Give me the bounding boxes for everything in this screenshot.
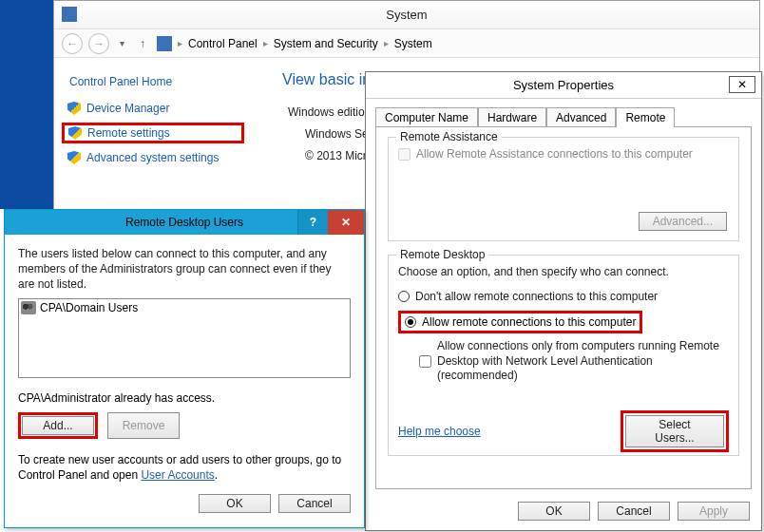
tab-computer-name[interactable]: Computer Name	[375, 107, 478, 127]
select-users-highlight: Select Users...	[621, 410, 729, 452]
system-title: System	[386, 8, 427, 22]
checkbox-input[interactable]	[419, 339, 431, 384]
select-users-button[interactable]: Select Users...	[625, 415, 724, 447]
allow-remote-assistance-checkbox[interactable]: Allow Remote Assistance connections to t…	[398, 147, 729, 161]
system-titlebar: System	[54, 1, 759, 29]
group-legend: Remote Desktop	[396, 248, 488, 261]
access-note: CPA\Administrator already has access.	[18, 391, 351, 405]
dialog-title: Remote Desktop Users	[125, 216, 243, 229]
nav-up-button[interactable]: ↑	[134, 35, 151, 52]
dialog-footer: OK Cancel Apply	[518, 502, 750, 521]
chevron-right-icon: ▸	[176, 38, 184, 48]
tab-hardware[interactable]: Hardware	[478, 107, 546, 127]
rdu-titlebar: Remote Desktop Users ? ✕	[5, 210, 364, 235]
dialog-title: System Properties	[513, 78, 614, 92]
checkbox-input[interactable]	[398, 148, 411, 161]
sidebar-item-device-manager[interactable]: Device Manager	[67, 102, 244, 115]
system-icon	[62, 7, 77, 22]
control-panel-home-link[interactable]: Control Panel Home	[64, 69, 244, 102]
help-me-choose-link[interactable]: Help me choose	[398, 425, 481, 438]
rdu-description: The users listed below can connect to th…	[18, 246, 351, 293]
ok-button[interactable]: OK	[199, 494, 271, 513]
users-group-icon	[21, 301, 36, 314]
remote-desktop-group: Remote Desktop Choose an option, and the…	[388, 255, 739, 456]
ok-button[interactable]: OK	[518, 502, 590, 521]
breadcrumb-item[interactable]: Control Panel	[188, 37, 258, 50]
shield-icon	[68, 126, 82, 140]
shield-icon	[67, 151, 81, 164]
breadcrumb-item[interactable]: System and Security	[274, 37, 378, 50]
remote-desktop-users-dialog: Remote Desktop Users ? ✕ The users liste…	[4, 209, 365, 528]
apply-button[interactable]: Apply	[678, 502, 750, 521]
dialog-footer: OK Cancel	[5, 494, 364, 522]
group-legend: Remote Assistance	[396, 130, 502, 143]
radio-allow-remote[interactable]: Allow remote connections to this compute…	[422, 315, 636, 329]
rdu-help-text: To create new user accounts or add users…	[18, 452, 351, 483]
remove-button[interactable]: Remove	[107, 412, 180, 439]
remote-desktop-desc: Choose an option, and then specify who c…	[398, 265, 729, 278]
list-item[interactable]: CPA\Domain Users	[21, 301, 348, 314]
add-button[interactable]: Add...	[22, 416, 94, 435]
close-button[interactable]: ✕	[729, 76, 755, 93]
radio-allow-remote-highlight: Allow remote connections to this compute…	[398, 311, 642, 333]
close-button[interactable]: ✕	[328, 210, 364, 235]
control-panel-sidebar: Control Panel Home Device Manager Remote…	[64, 69, 244, 166]
tab-remote[interactable]: Remote	[616, 107, 675, 127]
tab-advanced[interactable]: Advanced	[546, 107, 616, 127]
breadcrumb-item[interactable]: System	[394, 37, 432, 50]
advanced-button[interactable]: Advanced...	[639, 212, 727, 231]
users-listbox[interactable]: CPA\Domain Users	[18, 298, 351, 378]
radio-icon	[398, 291, 410, 302]
tabs: Computer Name Hardware Advanced Remote	[366, 99, 761, 126]
nav-back-button[interactable]: ←	[62, 33, 83, 54]
cancel-button[interactable]: Cancel	[278, 494, 351, 513]
chevron-right-icon: ▸	[382, 38, 391, 48]
cancel-button[interactable]: Cancel	[598, 502, 670, 521]
nla-checkbox[interactable]: Allow connections only from computers ru…	[419, 339, 729, 384]
sidebar-item-remote-settings[interactable]: Remote settings	[62, 123, 244, 143]
radio-icon	[405, 316, 416, 328]
tab-panel-remote: Remote Assistance Allow Remote Assistanc…	[375, 126, 752, 489]
left-pane-stripe	[0, 0, 53, 209]
system-properties-titlebar: System Properties ✕	[366, 72, 761, 99]
nav-bar: ← → ▾ ↑ ▸ Control Panel ▸ System and Sec…	[54, 29, 759, 58]
system-properties-dialog: System Properties ✕ Computer Name Hardwa…	[365, 71, 762, 531]
remote-assistance-group: Remote Assistance Allow Remote Assistanc…	[388, 137, 739, 241]
help-button[interactable]: ?	[297, 210, 328, 235]
nav-history-dropdown[interactable]: ▾	[115, 38, 128, 48]
nav-forward-button[interactable]: →	[88, 33, 109, 54]
breadcrumb[interactable]: ▸ Control Panel ▸ System and Security ▸ …	[157, 36, 432, 51]
shield-icon	[67, 102, 81, 115]
sidebar-item-advanced-system-settings[interactable]: Advanced system settings	[67, 151, 244, 164]
chevron-right-icon: ▸	[261, 38, 270, 48]
breadcrumb-icon	[157, 36, 172, 51]
user-accounts-link[interactable]: User Accounts	[141, 468, 214, 482]
radio-dont-allow[interactable]: Don't allow remote connections to this c…	[398, 290, 729, 303]
add-button-highlight: Add...	[18, 412, 98, 439]
